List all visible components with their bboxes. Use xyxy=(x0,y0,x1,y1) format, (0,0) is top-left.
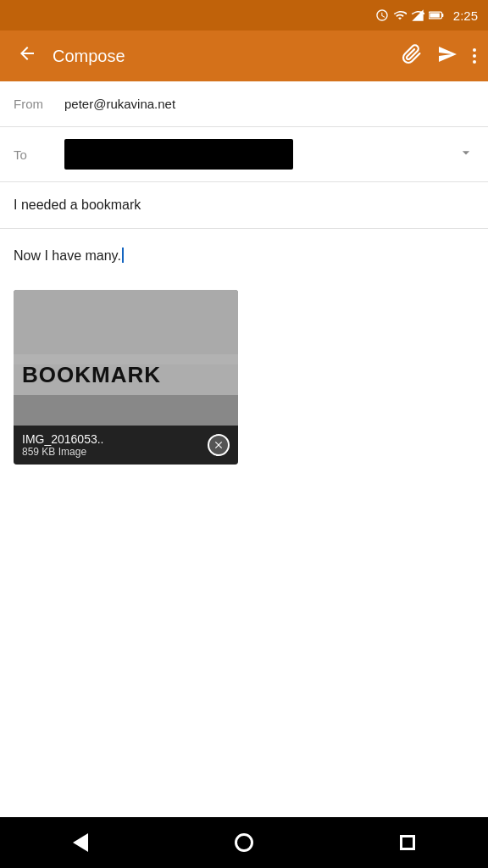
nav-back-button[interactable] xyxy=(73,833,88,852)
action-icons xyxy=(402,44,476,68)
signal-icon xyxy=(411,8,424,22)
send-button[interactable] xyxy=(437,44,458,68)
status-icons: 2:25 xyxy=(375,8,478,23)
svg-rect-3 xyxy=(441,14,443,17)
subject-text: I needed a bookmark xyxy=(14,198,141,213)
nav-home-button[interactable] xyxy=(235,833,253,852)
alarm-icon xyxy=(375,8,389,22)
bookmark-overlay-text: BOOKMARK xyxy=(22,362,161,388)
to-label: To xyxy=(14,147,64,162)
from-row: From peter@rukavina.net xyxy=(0,81,488,127)
body-row[interactable]: Now I have many. xyxy=(0,229,488,283)
back-button[interactable] xyxy=(12,43,42,69)
app-bar: Compose xyxy=(0,31,488,81)
subject-row[interactable]: I needed a bookmark xyxy=(0,182,488,229)
attachment-filename: IMG_2016053.. xyxy=(22,432,104,446)
nav-back-icon xyxy=(73,833,88,852)
attach-button[interactable] xyxy=(402,44,422,68)
more-dot xyxy=(473,48,476,52)
app-bar-title: Compose xyxy=(53,47,391,66)
attachment-image: BOOKMARK xyxy=(14,290,238,426)
wifi-icon xyxy=(393,8,407,22)
battery-icon xyxy=(429,9,444,21)
to-input-container xyxy=(64,139,458,170)
attachment-info-bar: IMG_2016053.. 859 KB Image xyxy=(14,426,238,465)
nav-recent-button[interactable] xyxy=(400,835,415,850)
expand-button[interactable] xyxy=(458,144,474,165)
compose-body: From peter@rukavina.net To I needed a bo… xyxy=(0,81,488,465)
nav-bar xyxy=(0,817,488,868)
status-bar: 2:25 xyxy=(0,0,488,31)
attachment-size: 859 KB Image xyxy=(22,446,104,458)
to-row: To xyxy=(0,127,488,182)
status-time: 2:25 xyxy=(453,8,478,23)
more-dot xyxy=(473,54,476,58)
nav-home-icon xyxy=(235,833,253,852)
attachment-info-text: IMG_2016053.. 859 KB Image xyxy=(22,432,104,458)
more-button[interactable] xyxy=(473,48,476,64)
send-icon xyxy=(437,44,458,64)
to-input[interactable] xyxy=(64,139,293,170)
text-cursor xyxy=(122,248,124,263)
more-dot xyxy=(473,60,476,64)
svg-rect-2 xyxy=(430,13,440,17)
from-value: peter@rukavina.net xyxy=(64,97,474,111)
nav-recent-icon xyxy=(400,835,415,850)
remove-attachment-button[interactable] xyxy=(208,434,230,456)
body-text: Now I have many. xyxy=(14,248,121,263)
attach-icon xyxy=(402,44,422,64)
attachment-container: BOOKMARK IMG_2016053.. 859 KB Image xyxy=(14,290,238,465)
from-label: From xyxy=(14,97,64,111)
close-icon xyxy=(213,439,225,451)
